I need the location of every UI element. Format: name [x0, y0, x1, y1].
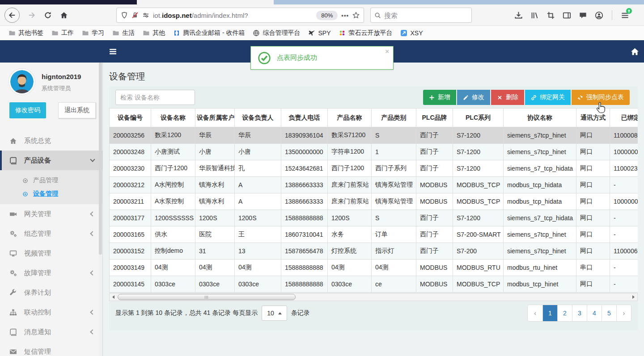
table-row[interactable]: 2000031450303ce0303ce0303ce1588888888803… [110, 276, 638, 293]
column-header[interactable]: 设备名称 [151, 109, 195, 127]
sidebar-toggle-icon[interactable] [563, 11, 571, 20]
column-header[interactable]: 设备所属客户 [195, 109, 235, 127]
logout-button[interactable]: 退出系统 [58, 102, 96, 118]
sidebar-item[interactable]: 消息通知 [0, 322, 102, 342]
table-row[interactable]: 200003248小唐测试小唐小唐13500000000字符串12001西门子S… [110, 144, 638, 160]
bookmark-item[interactable]: 学习 [78, 28, 108, 38]
sidebar-toggle-icon[interactable] [109, 48, 117, 55]
download-icon[interactable] [514, 11, 523, 20]
column-header[interactable]: 已绑定网关 [610, 109, 638, 127]
sidebar-item[interactable]: 产品设备 [0, 151, 102, 170]
column-header[interactable]: 负责人电话 [281, 109, 328, 127]
column-header[interactable]: 协议名称 [504, 109, 576, 127]
browser-home-button[interactable] [60, 11, 68, 19]
bookmark-item[interactable]: XSY [396, 28, 427, 38]
url-bar[interactable]: iot.idosp.net/admin/index.html? 80% ••• [116, 8, 364, 23]
table-row[interactable]: 200003152控制demo311315878656478灯控系统指示灯西门子… [110, 243, 638, 260]
sidebar-item[interactable]: 系统总览 [0, 131, 102, 151]
screenshot-icon[interactable] [547, 11, 555, 20]
cell: 1100023 [610, 160, 638, 177]
page-number[interactable]: 2 [557, 305, 572, 321]
bookmark-item[interactable]: 综合管理平台 [249, 28, 304, 38]
reload-button[interactable] [44, 11, 52, 19]
sidebar-item[interactable]: 短信管理 [0, 342, 102, 356]
column-header[interactable]: 产品名称 [328, 109, 372, 127]
cell: 镇海泵站管理 [372, 193, 416, 210]
page-number[interactable]: 4 [587, 305, 602, 321]
action-button[interactable]: 新增 [423, 90, 456, 105]
column-header[interactable]: 设备负责人 [235, 109, 281, 127]
column-header[interactable]: PLC品牌 [416, 109, 453, 127]
bookmark-item[interactable]: 腾讯企业邮箱 - 收件箱 [169, 28, 249, 38]
page-number[interactable]: 5 [602, 305, 616, 321]
library-icon[interactable] [530, 11, 539, 20]
toast-close-icon[interactable]: × [385, 48, 389, 54]
submenu-item[interactable]: 产品管理 [0, 174, 102, 187]
column-header[interactable]: 产品类别 [372, 109, 416, 127]
circle-dot-icon [22, 191, 28, 197]
bookmark-item[interactable]: 工作 [47, 28, 78, 38]
table-row[interactable]: 200003256数采1200华辰华辰18390936104数采S71200S西… [110, 127, 638, 144]
back-button[interactable] [4, 8, 20, 23]
bookmark-item[interactable]: SPY [304, 28, 335, 38]
cell: 15878656478 [281, 243, 328, 260]
menu-icon[interactable] [621, 11, 629, 20]
table-row[interactable]: 200003165供水医院王18607310041水务订单西门子S7-200-S… [110, 226, 638, 243]
column-header[interactable]: 设备编号 [110, 109, 151, 127]
bookmark-item[interactable]: 萤石云开放平台 [335, 28, 396, 38]
sidebar-scrollbar-thumb[interactable] [99, 63, 102, 255]
sidebar-item[interactable]: 网关管理 [0, 204, 102, 224]
zoom-level-badge[interactable]: 80% [316, 11, 338, 20]
bookmark-item[interactable]: 其他书签 [4, 28, 47, 38]
account-icon[interactable] [595, 11, 603, 20]
cell: 数采1200 [151, 127, 195, 144]
cell: MODBUS [416, 177, 453, 193]
caret-up-icon [278, 312, 282, 314]
table-row[interactable]: 200003212A水闸控制镇海水利A13886663333庶来门前泵站镇海泵站… [110, 177, 638, 193]
scroll-right-button[interactable] [630, 293, 637, 301]
submenu-item[interactable]: 设备管理 [0, 187, 102, 201]
cell: 04测 [151, 260, 195, 276]
sidebar-item[interactable]: 组态管理 [0, 224, 102, 243]
table-row[interactable]: 2000031771200SSSSSS1200S1200S15888888888… [110, 210, 638, 226]
sidebar-item[interactable]: 故障管理 [0, 263, 102, 283]
sidebar-item[interactable]: 保养计划 [0, 283, 102, 302]
change-password-button[interactable]: 修改密码 [9, 102, 46, 118]
page-prev[interactable]: ‹ [528, 305, 542, 321]
page-number[interactable]: 1 [542, 305, 557, 321]
scrollbar-thumb[interactable] [118, 294, 296, 300]
circle-dot-icon [22, 178, 28, 184]
cell: 200003145 [110, 276, 151, 293]
page-actions-icon[interactable]: ••• [341, 12, 349, 19]
column-header[interactable]: 通讯方式 [576, 109, 610, 127]
bookmark-item[interactable]: 生活 [108, 28, 139, 38]
sidebar-item[interactable]: 联动控制 [0, 302, 102, 322]
pocket-icon[interactable] [579, 11, 587, 20]
bookmark-item[interactable]: 其他 [139, 28, 169, 38]
page-next[interactable]: › [616, 305, 631, 321]
action-button[interactable]: 修改 [457, 90, 490, 105]
permissions-icon[interactable] [142, 12, 149, 19]
insecure-lock-icon[interactable] [131, 12, 139, 19]
action-button[interactable]: 绑定网关 [525, 90, 571, 105]
active-tab-strip [0, 0, 137, 4]
table-row[interactable]: 200003211A水泵控制镇海水利A13886663333庶来门前泵站镇海泵站… [110, 193, 638, 210]
device-search-input[interactable] [115, 90, 195, 105]
browser-search-bar[interactable] [370, 8, 472, 23]
table-row[interactable]: 200003230西门子1200华辰智通科技孔15243642681西门子120… [110, 160, 638, 177]
page-number[interactable]: 3 [572, 305, 587, 321]
action-button[interactable]: 删除 [491, 90, 524, 105]
bookmark-star-icon[interactable] [352, 12, 360, 19]
navbar-home-icon[interactable] [631, 47, 639, 56]
horizontal-scrollbar[interactable] [109, 293, 638, 301]
action-button[interactable]: 强制同步点表 [572, 90, 630, 105]
shield-icon[interactable] [121, 12, 128, 19]
browser-search-input[interactable] [384, 12, 473, 19]
page-size-dropdown[interactable]: 10 [262, 306, 287, 321]
table-row[interactable]: 20000314904测04测04测1588888888804测04测MODBU… [110, 260, 638, 276]
scroll-left-button[interactable] [110, 293, 117, 301]
column-header[interactable]: PLC系列 [453, 109, 504, 127]
forward-button[interactable] [28, 11, 36, 19]
chevron-left-icon [90, 211, 95, 216]
sidebar-item[interactable]: 视频管理 [0, 243, 102, 263]
